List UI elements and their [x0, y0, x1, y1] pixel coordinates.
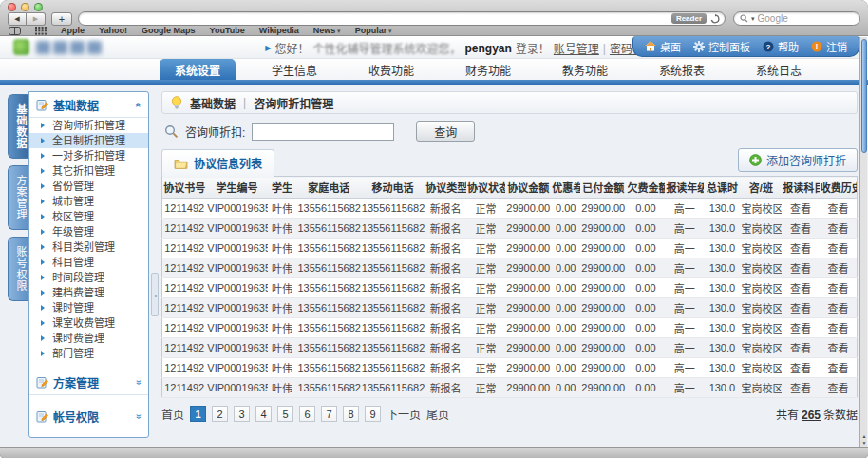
view-link[interactable]: 查看	[820, 338, 858, 358]
expand-icon[interactable]: «	[134, 380, 144, 386]
pagination-next[interactable]: 下一页	[387, 406, 421, 422]
quick-link-logout[interactable]: !注销	[811, 39, 847, 54]
view-link[interactable]: 查看	[820, 258, 858, 278]
nav-tab[interactable]: 系统日志	[741, 59, 817, 80]
view-link[interactable]: 查看	[782, 258, 820, 278]
bookmark-item[interactable]: Google Maps	[142, 26, 196, 35]
view-link[interactable]: 查看	[782, 298, 820, 318]
sidebar-item[interactable]: 咨询师折扣管理	[29, 118, 148, 133]
quick-link-home[interactable]: 桌面	[645, 39, 681, 54]
zoom-window-button[interactable]	[34, 3, 43, 11]
view-link[interactable]: 查看	[820, 219, 858, 239]
scroll-down-arrow[interactable]: ▼	[862, 440, 867, 446]
quick-link-gear[interactable]: 控制面板	[693, 39, 750, 54]
forward-button[interactable]: ▶	[27, 12, 46, 26]
nav-tab[interactable]: 收费功能	[353, 59, 429, 80]
sidebar-item[interactable]: 一对多折扣管理	[29, 148, 148, 163]
back-button[interactable]: ◀	[8, 12, 27, 26]
refresh-icon[interactable]	[710, 14, 720, 24]
bookmark-item[interactable]: YouTube	[210, 26, 245, 35]
page-number-button[interactable]: 9	[365, 406, 381, 422]
view-link[interactable]: 查看	[820, 298, 858, 318]
table-cell: 130.0	[704, 338, 740, 358]
scrollbar-thumb[interactable]	[861, 39, 867, 153]
page-number-button[interactable]: 4	[255, 406, 272, 422]
page-number-button[interactable]: 7	[321, 406, 337, 422]
breadcrumb-section[interactable]: 基础数据	[190, 95, 236, 111]
sidebar-item[interactable]: 城市管理	[29, 194, 148, 209]
consultant-discount-input[interactable]	[252, 123, 394, 141]
nav-tab[interactable]: 教务功能	[547, 59, 623, 80]
sidebar-item[interactable]: 部门管理	[29, 346, 148, 361]
page-number-button[interactable]: 5	[277, 406, 293, 422]
vertical-tab[interactable]: 方案管理	[8, 165, 28, 230]
view-link[interactable]: 查看	[820, 318, 858, 338]
sidebar-item[interactable]: 全日制折扣管理	[29, 133, 148, 148]
nav-tab[interactable]: 系统报表	[644, 59, 720, 80]
nav-tab[interactable]: 财务功能	[450, 59, 526, 80]
browser-search-field[interactable]: ▾ Google	[733, 11, 860, 26]
close-window-button[interactable]	[8, 3, 16, 11]
vertical-tab[interactable]: 基础数据	[8, 94, 28, 159]
sidebar-item[interactable]: 年级管理	[29, 224, 148, 239]
view-link[interactable]: 查看	[820, 358, 858, 378]
sidebar-item[interactable]: 省份管理	[29, 179, 148, 194]
page-number-button[interactable]: 8	[343, 406, 359, 422]
reader-badge[interactable]: Reader	[671, 13, 707, 24]
view-link[interactable]: 查看	[820, 239, 858, 258]
view-link[interactable]: 查看	[782, 219, 820, 239]
sidebar-section-header[interactable]: 方案管理«	[29, 370, 148, 395]
page-number-button[interactable]: 3	[234, 406, 250, 422]
page-number-button[interactable]: 1	[190, 406, 206, 422]
query-button[interactable]: 查询	[416, 121, 475, 142]
sidebar-section-header[interactable]: 基础数据«	[29, 92, 148, 118]
pagination-last[interactable]: 尾页	[426, 406, 449, 422]
expand-icon[interactable]: «	[134, 414, 144, 420]
reading-list-icon[interactable]	[9, 27, 21, 35]
address-bar[interactable]: Reader	[78, 11, 726, 26]
sidebar-item[interactable]: 建档费管理	[29, 285, 148, 300]
sidebar-item[interactable]: 时间段管理	[29, 270, 148, 285]
bookmark-item[interactable]: Popular ▾	[355, 26, 392, 35]
view-link[interactable]: 查看	[820, 378, 858, 398]
page-number-button[interactable]: 6	[299, 406, 315, 422]
view-link[interactable]: 查看	[782, 378, 820, 398]
view-link[interactable]: 查看	[820, 278, 858, 298]
top-sites-grid-icon[interactable]	[35, 27, 47, 35]
column-header: 学生编号	[206, 177, 267, 199]
pagination-first[interactable]: 首页	[161, 406, 184, 422]
vertical-tab[interactable]: 账号权限	[8, 237, 28, 301]
bookmark-item[interactable]: News ▾	[313, 26, 341, 35]
nav-tab[interactable]: 学生信息	[256, 59, 332, 80]
bookmark-item[interactable]: Apple	[61, 26, 85, 35]
sidebar-item[interactable]: 其它折扣管理	[29, 163, 148, 179]
view-link[interactable]: 查看	[782, 338, 820, 358]
sidebar-item[interactable]: 科目类别管理	[29, 239, 148, 255]
quick-link-help[interactable]: ?帮助	[763, 39, 799, 54]
add-consultant-discount-button[interactable]: 添加咨询师打折	[738, 148, 858, 172]
browser-scrollbar[interactable]: ▲ ▼	[859, 37, 867, 447]
tab-agreement-list[interactable]: 协议信息列表	[161, 149, 274, 177]
page-number-button[interactable]: 2	[212, 406, 228, 422]
sidebar-collapse-handle[interactable]: ◂	[151, 273, 159, 316]
scroll-up-arrow[interactable]: ▲	[862, 433, 867, 439]
view-link[interactable]: 查看	[782, 318, 820, 338]
view-link[interactable]: 查看	[820, 199, 858, 219]
nav-tab[interactable]: 系统设置	[160, 59, 236, 80]
sidebar-item[interactable]: 校区管理	[29, 209, 148, 224]
collapse-icon[interactable]: «	[134, 103, 144, 108]
account-management-link[interactable]: 账号管理	[554, 40, 599, 56]
new-tab-button[interactable]: +	[51, 12, 72, 26]
sidebar-item[interactable]: 课时费管理	[29, 331, 148, 346]
sidebar-item[interactable]: 课室收费管理	[29, 315, 148, 331]
sidebar-item[interactable]: 科目管理	[29, 255, 148, 270]
view-link[interactable]: 查看	[782, 278, 820, 298]
bookmark-item[interactable]: Wikipedia	[259, 26, 299, 35]
bookmark-item[interactable]: Yahoo!	[99, 26, 127, 35]
sidebar-item[interactable]: 课时管理	[29, 300, 148, 315]
sidebar-section-header[interactable]: 帐号权限«	[29, 404, 148, 429]
view-link[interactable]: 查看	[782, 358, 820, 378]
view-link[interactable]: 查看	[782, 239, 820, 258]
view-link[interactable]: 查看	[782, 199, 820, 219]
minimize-window-button[interactable]	[21, 3, 29, 11]
